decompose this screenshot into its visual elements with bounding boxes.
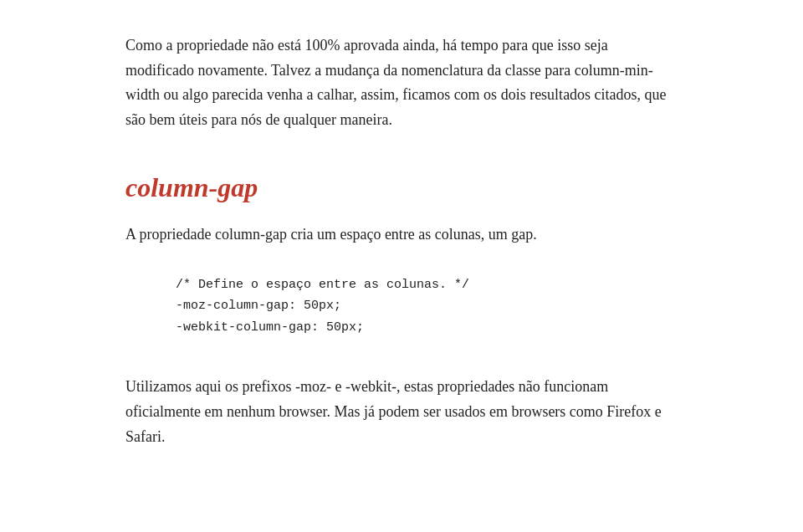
description-paragraph: A propriedade column-gap cria um espaço … [125, 223, 678, 248]
code-line2: -webkit-column-gap: 50px; [176, 320, 364, 335]
code-line1: -moz-column-gap: 50px; [176, 299, 341, 313]
intro-paragraph: Como a propriedade não está 100% aprovad… [125, 33, 678, 133]
footer-paragraph: Utilizamos aqui os prefixos -moz- e -web… [125, 375, 678, 449]
section-heading: column-gap [125, 166, 678, 209]
code-block: /* Define o espaço entre as colunas. */ … [125, 268, 678, 352]
code-comment: /* Define o espaço entre as colunas. */ [176, 278, 469, 292]
page-container: Como a propriedade não está 100% aprovad… [75, 0, 728, 483]
